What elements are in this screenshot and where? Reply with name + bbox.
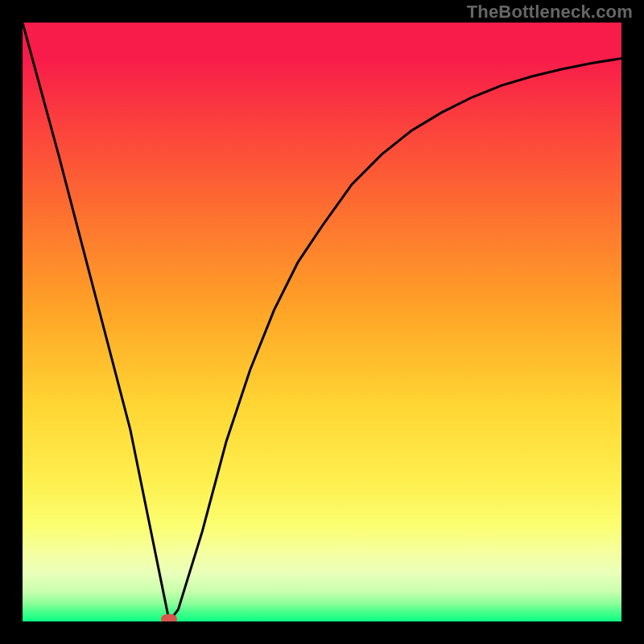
watermark-text: TheBottleneck.com (467, 2, 633, 23)
min-point-marker (161, 614, 177, 621)
chart-frame: TheBottleneck.com (0, 0, 644, 644)
bottleneck-curve-path (23, 23, 621, 621)
plot-area (23, 23, 621, 621)
curve-svg (23, 23, 621, 621)
